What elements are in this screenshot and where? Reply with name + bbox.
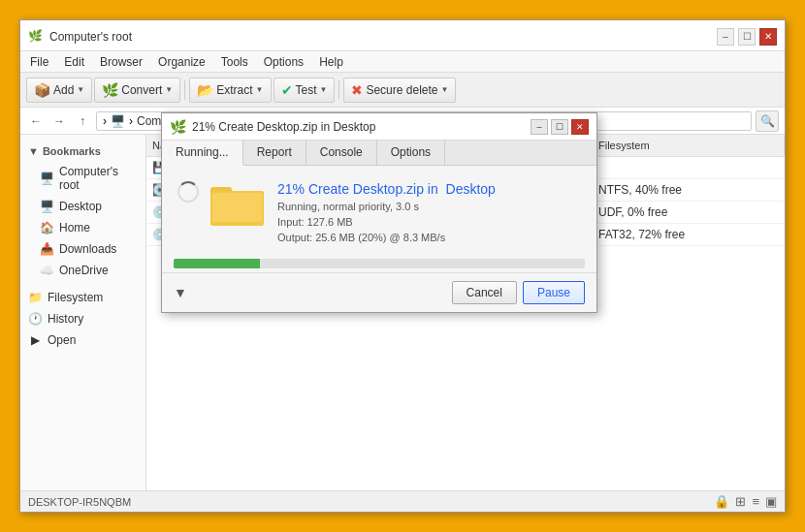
secure-delete-button[interactable]: ✖ Secure delete ▼ [343, 78, 456, 103]
bookmarks-arrow-icon: ▼ [28, 145, 39, 157]
sidebar-item-downloads[interactable]: 📥 Downloads [20, 239, 145, 259]
window-controls: – ☐ ✕ [717, 28, 777, 46]
sidebar-item-desktop[interactable]: 🖥️ Desktop [20, 197, 145, 216]
up-button[interactable]: ↑ [73, 111, 92, 131]
dialog-main-row: 21% Create Desktop.zip in Desktop Runnin… [177, 181, 581, 243]
folder-icon-large [210, 181, 264, 228]
bookmarks-label: Bookmarks [43, 145, 101, 157]
cancel-button[interactable]: Cancel [452, 281, 517, 304]
onedrive-icon: ☁️ [40, 264, 53, 277]
app-icon: 🌿 [28, 29, 44, 45]
panel-icon[interactable]: ▣ [765, 494, 777, 509]
dialog-close-button[interactable]: ✕ [571, 119, 589, 135]
address-separator: › [129, 114, 133, 128]
minimize-button[interactable]: – [717, 28, 734, 46]
sidebar-label-onedrive: OneDrive [59, 264, 109, 277]
open-icon: ▶ [28, 333, 42, 347]
dialog-footer: ▼ Cancel Pause [162, 272, 596, 312]
lock-icon[interactable]: 🔒 [714, 494, 729, 509]
dialog-title-text: 21% Create Desktop.zip in Desktop [192, 120, 375, 134]
sidebar-item-onedrive[interactable]: ☁️ OneDrive [20, 261, 145, 280]
dialog-tab-console[interactable]: Console [306, 141, 377, 165]
dialog-maximize-button[interactable]: ☐ [551, 119, 568, 135]
dialog-icon: 🌿 [170, 119, 186, 135]
sidebar-label-open: Open [48, 333, 76, 347]
menu-organize[interactable]: Organize [154, 54, 209, 70]
grid-icon[interactable]: ⊞ [735, 494, 746, 509]
add-button[interactable]: 📦 Add ▼ [26, 78, 92, 103]
cell-fs-1: NTFS, 40% free [593, 183, 785, 197]
search-button[interactable]: 🔍 [756, 110, 779, 132]
dialog-tab-options[interactable]: Options [377, 141, 445, 165]
downloads-icon: 📥 [40, 242, 53, 256]
sidebar-item-home[interactable]: 🏠 Home [20, 218, 145, 237]
secure-delete-label: Secure delete [366, 83, 437, 97]
progress-bar-fill [174, 259, 260, 268]
svg-rect-3 [212, 193, 262, 222]
sidebar-item-open[interactable]: ▶ Open [20, 330, 145, 350]
convert-dropdown-icon: ▼ [165, 85, 173, 94]
cell-fs-3: FAT32, 72% free [593, 228, 785, 241]
add-label: Add [53, 83, 74, 97]
computers-root-icon: 🖥️ [40, 172, 53, 185]
dialog-info-col: 21% Create Desktop.zip in Desktop Runnin… [277, 181, 496, 243]
menu-tools[interactable]: Tools [217, 54, 252, 70]
dialog-dropdown-arrow-icon[interactable]: ▼ [174, 285, 187, 300]
col-fs-text: Filesystem [598, 140, 650, 151]
dialog-line1: Running, normal priority, 3.0 s [277, 201, 496, 212]
add-dropdown-icon: ▼ [77, 85, 84, 94]
dialog-footer-left: ▼ [174, 285, 446, 300]
convert-button[interactable]: 🌿 Convert ▼ [94, 78, 180, 103]
progress-bar-container [174, 259, 585, 268]
test-dropdown-icon: ▼ [320, 85, 328, 94]
test-icon: ✔ [281, 82, 293, 98]
convert-label: Convert [121, 83, 162, 97]
menu-file[interactable]: File [26, 54, 52, 70]
address-breadcrumb-icon: › [103, 114, 107, 128]
extract-button[interactable]: 📂 Extract ▼ [189, 78, 271, 103]
dialog-main-title: 21% Create Desktop.zip in Desktop [277, 181, 496, 197]
col-header-filesystem[interactable]: Filesystem [593, 138, 785, 153]
history-icon: 🕐 [28, 312, 42, 326]
add-icon: 📦 [34, 82, 50, 98]
dialog-body: 21% Create Desktop.zip in Desktop Runnin… [162, 166, 596, 259]
dialog-progress-section [162, 259, 596, 272]
sidebar-item-computers-root[interactable]: 🖥️ Computer's root [20, 162, 145, 195]
extract-label: Extract [216, 83, 252, 97]
dialog-title-bar: 🌿 21% Create Desktop.zip in Desktop – ☐ … [162, 113, 596, 141]
pause-button[interactable]: Pause [523, 281, 585, 304]
forward-button[interactable]: → [49, 111, 69, 131]
dialog-minimize-button[interactable]: – [531, 119, 548, 135]
sidebar: ▼ Bookmarks 🖥️ Computer's root 🖥️ Deskto… [20, 135, 146, 490]
sidebar-item-history[interactable]: 🕐 History [20, 309, 145, 329]
menu-bar: File Edit Browser Organize Tools Options… [20, 51, 785, 73]
menu-help[interactable]: Help [315, 54, 347, 70]
dialog-tab-running[interactable]: Running... [162, 141, 243, 166]
sidebar-item-filesystem[interactable]: 📁 Filesystem [20, 288, 145, 307]
menu-options[interactable]: Options [260, 54, 307, 70]
sidebar-label-desktop: Desktop [59, 200, 102, 213]
secure-delete-dropdown-icon: ▼ [441, 85, 449, 94]
close-button[interactable]: ✕ [759, 28, 777, 46]
sidebar-bookmarks-header[interactable]: ▼ Bookmarks [20, 142, 145, 160]
window-title: Computer's root [49, 30, 132, 44]
dialog-main-title-text: 21% Create Desktop.zip in [277, 181, 438, 197]
dialog-tab-report[interactable]: Report [243, 141, 306, 165]
list-icon[interactable]: ≡ [752, 494, 759, 509]
dialog-title-left: 🌿 21% Create Desktop.zip in Desktop [170, 119, 375, 135]
back-button[interactable]: ← [26, 111, 46, 131]
extract-icon: 📂 [197, 82, 213, 98]
maximize-button[interactable]: ☐ [738, 28, 756, 46]
test-button[interactable]: ✔ Test ▼ [274, 78, 336, 103]
menu-browser[interactable]: Browser [96, 54, 146, 70]
progress-dialog: 🌿 21% Create Desktop.zip in Desktop – ☐ … [161, 112, 597, 313]
toolbar: 📦 Add ▼ 🌿 Convert ▼ 📂 Extract ▼ ✔ Test ▼… [20, 73, 785, 108]
dialog-line2: Input: 127.6 MB [277, 216, 496, 228]
sidebar-label-home: Home [59, 221, 90, 235]
dialog-controls: – ☐ ✕ [531, 119, 589, 135]
sidebar-label-history: History [48, 312, 83, 326]
toolbar-separator-1 [184, 80, 185, 100]
menu-edit[interactable]: Edit [60, 54, 88, 70]
title-left: 🌿 Computer's root [28, 29, 132, 45]
extract-dropdown-icon: ▼ [256, 85, 264, 94]
